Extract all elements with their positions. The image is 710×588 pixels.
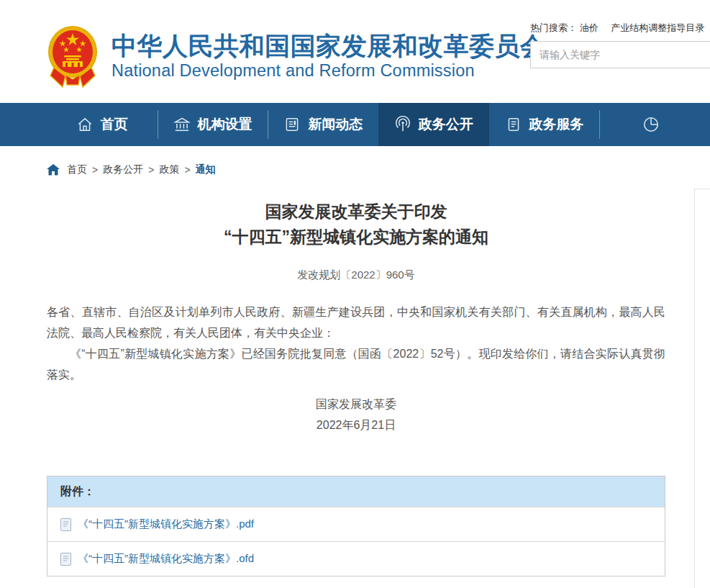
signature-agency: 国家发展改革委: [47, 394, 665, 415]
article-paragraph-main: 《“十四五”新型城镇化实施方案》已经国务院批复同意（国函〔2022〕52号）。现…: [47, 343, 665, 385]
signature-date: 2022年6月21日: [47, 415, 665, 435]
nav-item-government-services[interactable]: 政务服务: [489, 103, 600, 146]
nav-item-label: 新闻动态: [308, 115, 363, 134]
nav-item-news[interactable]: 新闻动态: [268, 103, 378, 146]
attachments-label: 附件：: [60, 484, 95, 499]
attachments-box: 附件： 《“十四五”新型城镇化实施方案》.pdf 《“十四五”新型城镇化实施方案…: [47, 476, 665, 576]
site-title-en: National Development and Reform Commissi…: [111, 61, 546, 80]
attachments-header: 附件：: [47, 476, 665, 507]
attachment-row-ofd[interactable]: 《“十四五”新型城镇化实施方案》.ofd: [47, 541, 665, 576]
nav-item-data-partial[interactable]: [599, 103, 710, 146]
nav-item-label: 政务公开: [419, 115, 473, 134]
side-panel-edge: [694, 189, 710, 588]
document-number: 发改规划〔2022〕960号: [47, 268, 665, 282]
content-area: 首页 > 政务公开 > 政策 > 通知 国家发展改革委关于印发 “十四五”新型城…: [47, 146, 665, 576]
hot-search-bar: 热门搜索： 油价 产业结构调整指导目录: [530, 22, 710, 35]
article-body: 各省、直辖市、自治区及计划单列市人民政府、新疆生产建设兵团，中央和国家机关有关部…: [47, 302, 665, 385]
breadcrumb-separator: >: [184, 164, 190, 176]
main-nav: 首页 机构设置 新闻动态 政务公开: [0, 103, 710, 146]
file-icon: [60, 553, 71, 566]
hot-search-term-industry-catalog[interactable]: 产业结构调整指导目录: [611, 22, 704, 33]
search-input[interactable]: [531, 42, 710, 68]
breadcrumb-item-home[interactable]: 首页: [67, 163, 87, 176]
article-title-line2: “十四五”新型城镇化实施方案的通知: [47, 225, 665, 250]
article-title: 国家发展改革委关于印发 “十四五”新型城镇化实施方案的通知: [47, 199, 665, 250]
nav-item-government-disclosure[interactable]: 政务公开: [378, 103, 489, 146]
attachment-link-ofd[interactable]: 《“十四五”新型城镇化实施方案》.ofd: [78, 552, 254, 566]
institution-icon: [173, 116, 191, 133]
national-emblem-icon: [47, 24, 99, 88]
nav-item-home[interactable]: 首页: [47, 103, 158, 146]
site-title-block: 中华人民共和国国家发展和改革委员会 National Development a…: [111, 32, 546, 80]
breadcrumb-item-disclosure[interactable]: 政务公开: [103, 163, 143, 176]
hot-search-label: 热门搜索：: [530, 22, 577, 33]
attachment-link-pdf[interactable]: 《“十四五”新型城镇化实施方案》.pdf: [78, 517, 254, 531]
file-icon: [60, 518, 71, 531]
breadcrumb-home-icon[interactable]: [47, 164, 60, 176]
nav-item-label: 机构设置: [198, 115, 252, 134]
search-box: [530, 41, 710, 68]
document-icon: [505, 116, 522, 133]
attachment-row-pdf[interactable]: 《“十四五”新型城镇化实施方案》.pdf: [47, 507, 665, 541]
breadcrumb-item-policy[interactable]: 政策: [159, 163, 179, 176]
breadcrumb-separator: >: [92, 164, 98, 176]
breadcrumb-separator: >: [148, 164, 154, 176]
hot-search-term-oil-price[interactable]: 油价: [580, 22, 599, 33]
nav-item-institutions[interactable]: 机构设置: [158, 103, 268, 146]
nav-item-label: 首页: [101, 115, 128, 134]
site-header: 中华人民共和国国家发展和改革委员会 National Development a…: [0, 0, 710, 103]
pie-chart-icon: [642, 116, 660, 133]
breadcrumb: 首页 > 政务公开 > 政策 > 通知: [47, 146, 665, 176]
site-title-zh: 中华人民共和国国家发展和改革委员会: [111, 32, 546, 60]
page: 中华人民共和国国家发展和改革委员会 National Development a…: [0, 0, 710, 588]
news-icon: [283, 116, 301, 133]
signature-block: 国家发展改革委 2022年6月21日: [47, 394, 665, 435]
home-icon: [76, 116, 94, 133]
article-paragraph-recipients: 各省、直辖市、自治区及计划单列市人民政府、新疆生产建设兵团，中央和国家机关有关部…: [47, 302, 665, 343]
article-title-line1: 国家发展改革委关于印发: [47, 199, 665, 225]
breadcrumb-item-notice: 通知: [196, 163, 216, 176]
broadcast-icon: [394, 116, 411, 133]
nav-item-label: 政务服务: [529, 115, 584, 134]
